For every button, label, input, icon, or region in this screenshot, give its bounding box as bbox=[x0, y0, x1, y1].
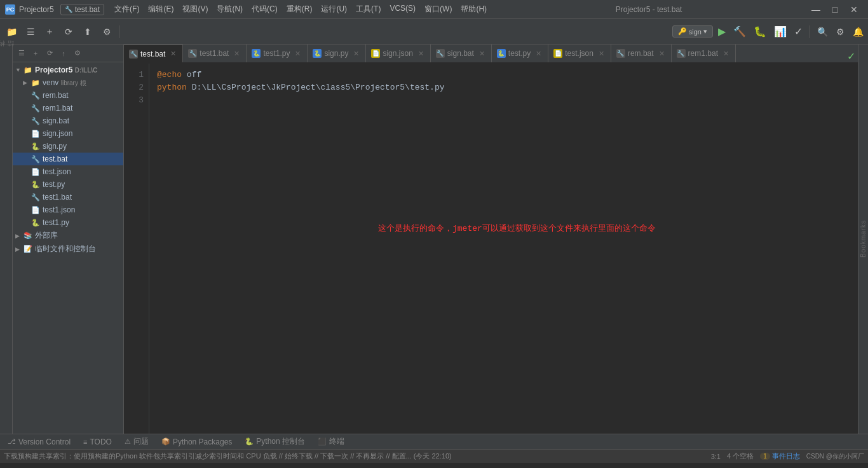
panel-settings-btn[interactable]: ⚙ bbox=[71, 47, 84, 60]
structure-icon[interactable]: 结构 bbox=[1, 47, 11, 57]
list-item[interactable]: 🐍 sign.py bbox=[13, 140, 123, 153]
tree-rem1-bat: rem1.bat bbox=[43, 104, 72, 113]
tab-test-py[interactable]: 🐍 test.py ✕ bbox=[492, 45, 548, 62]
list-item[interactable]: 📄 test.json bbox=[13, 165, 123, 178]
tab-test1-py[interactable]: 🐍 test1.py ✕ bbox=[247, 45, 308, 62]
menu-file[interactable]: 文件(F) bbox=[111, 3, 143, 16]
tab-close-test-bat[interactable]: ✕ bbox=[169, 49, 177, 59]
bottom-tab-python-console[interactable]: 🐍 Python 控制台 bbox=[242, 435, 308, 448]
tab-close-rem-bat[interactable]: ✕ bbox=[658, 49, 666, 59]
tree-root[interactable]: ▼ 📁 Projector5 D:\LL\C bbox=[13, 64, 123, 76]
tree-external[interactable]: ▶ 📚 外部库 bbox=[13, 229, 123, 242]
close-button[interactable]: ✕ bbox=[845, 3, 863, 16]
tab-close-sign-json[interactable]: ✕ bbox=[417, 49, 425, 59]
bottom-tab-todo[interactable]: ≡ TODO bbox=[81, 436, 114, 448]
minimize-button[interactable]: — bbox=[807, 3, 825, 16]
tab-close-test1-bat[interactable]: ✕ bbox=[233, 49, 241, 59]
bookmarks-sidebar[interactable]: Bookmarks bbox=[858, 45, 868, 434]
tab-close-rem1-bat[interactable]: ✕ bbox=[722, 49, 730, 59]
editor-content[interactable]: 1 2 3 @echo off python D:\LL\CsProject\J… bbox=[124, 64, 858, 434]
menu-edit[interactable]: 编辑(E) bbox=[144, 3, 177, 16]
tab-label-sign-json: sign.json bbox=[383, 49, 412, 58]
bottom-tab-version-control[interactable]: ⎇ Version Control bbox=[5, 436, 73, 448]
tab-close-sign-bat[interactable]: ✕ bbox=[478, 49, 486, 59]
settings-button[interactable]: ⚙ bbox=[98, 23, 116, 41]
panel-sync-btn[interactable]: ⟳ bbox=[43, 47, 56, 60]
list-item[interactable]: 🔧 rem.bat bbox=[13, 89, 123, 102]
list-item[interactable]: 🔧 test1.bat bbox=[13, 191, 123, 203]
tree-test-py: test.py bbox=[43, 180, 65, 189]
bottom-tab-packages[interactable]: 📦 Python Packages bbox=[159, 436, 234, 448]
list-item[interactable]: 🔧 rem1.bat bbox=[13, 102, 123, 114]
toggle-button[interactable]: ☰ bbox=[22, 23, 39, 41]
menu-run[interactable]: 运行(U) bbox=[317, 3, 351, 16]
line-numbers: 1 2 3 bbox=[124, 64, 149, 434]
tree-arrow-venv: ▶ bbox=[23, 79, 31, 86]
debug-button[interactable]: 🐛 bbox=[751, 23, 769, 40]
tab-test-bat[interactable]: 🔧 test.bat ✕ bbox=[124, 45, 183, 62]
tab-close-test1-py[interactable]: ✕ bbox=[294, 49, 302, 59]
list-item[interactable]: 🐍 test.py bbox=[13, 178, 123, 191]
list-item[interactable]: 🔧 sign.bat bbox=[13, 114, 123, 127]
menu-window[interactable]: 窗口(W) bbox=[421, 3, 456, 16]
menu-code[interactable]: 代码(C) bbox=[248, 3, 281, 16]
list-item[interactable]: 🐍 test1.py bbox=[13, 216, 123, 229]
tab-test-json[interactable]: 📄 test.json ✕ bbox=[548, 45, 611, 62]
notifications-button[interactable]: 🔔 bbox=[850, 24, 865, 39]
profile-button[interactable]: 📊 bbox=[771, 23, 789, 40]
bottom-tab-problems[interactable]: ⚠ 问题 bbox=[122, 435, 151, 448]
tab-close-test-py[interactable]: ✕ bbox=[534, 49, 543, 59]
build-button[interactable]: 🔨 bbox=[731, 23, 749, 40]
tree-test-bat[interactable]: 🔧 test.bat bbox=[13, 153, 123, 165]
tab-icon-test-bat: 🔧 bbox=[129, 50, 138, 59]
collapse-button[interactable]: ⬆ bbox=[79, 23, 97, 41]
line-num-1: 1 bbox=[124, 69, 144, 81]
maximize-button[interactable]: □ bbox=[826, 3, 844, 16]
separator-2 bbox=[810, 25, 810, 38]
menu-view[interactable]: 视图(V) bbox=[179, 3, 212, 16]
encoding-info: CSDN @你的小阿厂 bbox=[806, 452, 864, 461]
panel-toggle-btn[interactable]: ☰ bbox=[15, 47, 28, 60]
editor-right-icons: ✓ bbox=[847, 50, 858, 62]
tab-rem1-bat[interactable]: 🔧 rem1.bat ✕ bbox=[672, 45, 736, 62]
tab-test1-bat[interactable]: 🔧 test1.bat ✕ bbox=[183, 45, 247, 62]
tab-label-sign-py: sign.py bbox=[324, 49, 348, 58]
tab-close-sign-py[interactable]: ✕ bbox=[352, 49, 360, 59]
editor-area: 🔧 test.bat ✕ 🔧 test1.bat ✕ 🐍 test1.py ✕ … bbox=[124, 45, 858, 434]
tab-sign-bat[interactable]: 🔧 sign.bat ✕ bbox=[431, 45, 492, 62]
add-button[interactable]: ＋ bbox=[41, 23, 58, 41]
menu-refactor[interactable]: 重构(R) bbox=[283, 3, 316, 16]
tab-sign-json[interactable]: 📄 sign.json ✕ bbox=[366, 45, 430, 62]
list-item[interactable]: 📄 sign.json bbox=[13, 127, 123, 140]
event-log[interactable]: 1 事件日志 bbox=[760, 451, 800, 461]
tree-scratch-label: 临时文件和控制台 bbox=[35, 244, 96, 254]
panel-collapse-btn[interactable]: ↑ bbox=[57, 47, 70, 60]
menu-vcs[interactable]: VCS(S) bbox=[386, 3, 419, 16]
tab-sign-py[interactable]: 🐍 sign.py ✕ bbox=[308, 45, 366, 62]
list-item[interactable]: 📄 test1.json bbox=[13, 203, 123, 216]
tree-scratch[interactable]: ▶ 📝 临时文件和控制台 bbox=[13, 242, 123, 256]
panel-add-btn[interactable]: + bbox=[29, 47, 42, 60]
search-everywhere-button[interactable]: 🔍 bbox=[815, 24, 830, 39]
tab-label-test1-py: test1.py bbox=[263, 49, 290, 58]
code-area[interactable]: @echo off python D:\LL\CsProject\JkProje… bbox=[149, 64, 849, 434]
menu-nav[interactable]: 导航(N) bbox=[213, 3, 247, 16]
settings-main-button[interactable]: ⚙ bbox=[832, 24, 848, 39]
sign-config[interactable]: 🔑 sign ▾ bbox=[672, 25, 713, 38]
tab-rem-bat[interactable]: 🔧 rem.bat ✕ bbox=[611, 45, 672, 62]
problems-icon: ⚠ bbox=[125, 437, 131, 446]
menu-tools[interactable]: 工具(T) bbox=[352, 3, 384, 16]
project-view-button[interactable]: 📁 bbox=[3, 23, 20, 41]
tree-venv[interactable]: ▶ 📁 venv library 根 bbox=[13, 76, 123, 89]
sync-button[interactable]: ⟳ bbox=[60, 23, 78, 41]
title-file-badge: 🔧 test.bat bbox=[60, 4, 104, 15]
bookmarks-label[interactable]: Bookmarks bbox=[860, 220, 867, 258]
coverage-button[interactable]: ✓ bbox=[792, 23, 805, 40]
run-button[interactable]: ▶ bbox=[715, 23, 728, 40]
tree-sign-bat: sign.bat bbox=[43, 116, 69, 125]
bottom-tab-terminal[interactable]: ⬛ 终端 bbox=[315, 435, 347, 448]
tab-close-test-json[interactable]: ✕ bbox=[597, 49, 606, 59]
bottom-tab-problems-label: 问题 bbox=[133, 436, 149, 447]
menu-help[interactable]: 帮助(H) bbox=[457, 3, 491, 16]
tree-test-bat-label: test.bat bbox=[43, 155, 67, 163]
